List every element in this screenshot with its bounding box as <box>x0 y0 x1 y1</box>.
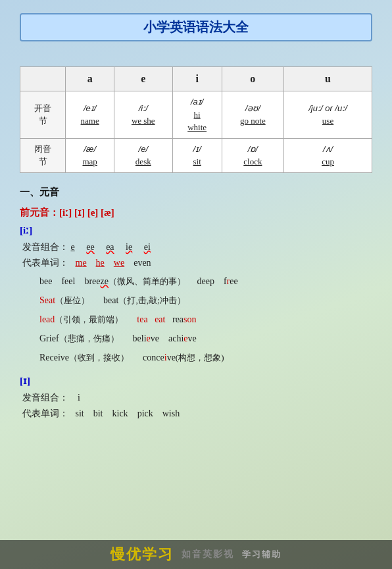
cell-closed-u: /ʌ/ cup <box>284 138 372 172</box>
cell-closed-a: /æ/ map <box>66 138 114 172</box>
rep-word-we: we <box>114 258 124 268</box>
representative-words-i: 代表单词： sit bit kick pick wish <box>20 408 372 420</box>
rep-word-kick: kick <box>112 408 128 418</box>
watermark-bar: 慢优学习 如音英影视 学习辅助 <box>0 540 392 569</box>
word-seat: Seat <box>39 295 55 305</box>
watermark-text-1: 慢优学习 <box>110 545 174 564</box>
subsection-i-label: [ɪ] <box>20 375 372 387</box>
example-block-seat: Seat（座位） beat（打,击,敲;冲击） <box>39 292 372 309</box>
rep-word-bit: bit <box>93 408 103 418</box>
word-eat: eat <box>155 314 165 324</box>
word-beat: beat <box>103 295 118 305</box>
cell-open-i: /aɪ/ hi white <box>172 91 222 139</box>
cell-open-o: /əʊ/ go note <box>222 91 283 139</box>
watermark-separator: 如音英影视 <box>182 549 234 560</box>
word-tea: tea <box>137 314 147 324</box>
table-header-o: o <box>222 67 283 91</box>
front-vowels-line: 前元音：[iː] [ɪ] [e] [æ] <box>20 207 372 219</box>
rep-word-pick: pick <box>137 408 153 418</box>
page-title: 小学英语语法大全 <box>20 13 372 41</box>
cell-closed-i: /ɪ/ sit <box>172 138 222 172</box>
word-believe: believe <box>133 334 159 343</box>
example-block-lead: lead（引领，最前端） tea eat reason <box>39 311 372 328</box>
rep-words-label-ii: 代表单词： <box>22 258 68 268</box>
pronunciation-combos-i: 发音组合： i <box>20 392 372 404</box>
subsection-ii-label: [iː] <box>20 224 372 236</box>
table-row-open: 开音节 /eɪ/ name /iː/ we she /aɪ/ hi white … <box>20 91 372 139</box>
word-grief: Grief <box>39 334 59 343</box>
example-block-bee: bee feel breeze（微风、简单的事） deep free <box>39 273 372 289</box>
rep-word-me: me <box>76 258 87 268</box>
cell-closed-e: /e/ desk <box>114 138 172 172</box>
table-header-u: u <box>284 67 372 91</box>
word-achieve: achieve <box>168 334 197 343</box>
pronunciation-combo-ea: ea <box>106 242 114 252</box>
rep-word-sit: sit <box>76 408 84 418</box>
word-bee: bee <box>39 276 52 286</box>
row-label-closed: 闭音节 <box>20 138 66 172</box>
table-header-i: i <box>172 67 222 91</box>
word-deep: deep <box>197 276 214 286</box>
word-feel: feel <box>61 276 75 286</box>
word-free: free <box>224 276 238 286</box>
representative-words-ii: 代表单词： me he we even <box>20 257 372 269</box>
title-wrapper: 小学英语语法大全 <box>20 13 372 55</box>
example-block-receive: Receive（收到，接收） conceive(构想，想象) <box>39 349 372 366</box>
pronunciation-combos-label: 发音组合： <box>22 242 68 252</box>
table-header-a: a <box>66 67 114 91</box>
section1-title: 一、元音 <box>20 186 372 199</box>
pronunciation-combos-i-label: 发音组合： <box>22 393 68 403</box>
rep-word-even: even <box>134 258 151 268</box>
pronunciation-combos-ii-value: e <box>71 242 75 252</box>
word-receive: Receive <box>39 353 69 362</box>
cell-open-e: /iː/ we she <box>114 91 172 139</box>
pronunciation-combo-ei: ei <box>144 242 151 252</box>
word-breeze: breeze <box>84 276 109 286</box>
table-header-empty <box>20 67 66 91</box>
cell-closed-o: /ɒ/ clock <box>222 138 283 172</box>
example-block-grief: Grief（悲痛，伤痛） believe achieve <box>39 330 372 347</box>
pronunciation-combo-ie: ie <box>126 242 132 252</box>
watermark-text-2: 学习辅助 <box>242 549 282 560</box>
cell-open-a: /eɪ/ name <box>66 91 114 139</box>
pronunciation-combos-ii: 发音组合： e ee ea ie ei <box>20 241 372 253</box>
rep-word-wish: wish <box>162 408 180 418</box>
row-label-open: 开音节 <box>20 91 66 139</box>
table-header-e: e <box>114 67 172 91</box>
table-row-closed: 闭音节 /æ/ map /e/ desk /ɪ/ sit /ɒ/ clock /… <box>20 138 372 172</box>
word-lead: lead <box>39 314 55 324</box>
cell-open-u: /juː/ or /uː/ use <box>284 91 372 139</box>
pronunciation-combo-i-value: i <box>78 393 80 403</box>
rep-words-label-i: 代表单词： <box>22 408 68 418</box>
pronunciation-combo-ee: ee <box>86 242 94 252</box>
rep-word-he: he <box>96 258 105 268</box>
word-conceive: conceive <box>143 353 176 362</box>
word-reason: reason <box>172 314 197 324</box>
phonics-table: a e i o u 开音节 /eɪ/ name /iː/ we she /aɪ/… <box>20 66 372 173</box>
